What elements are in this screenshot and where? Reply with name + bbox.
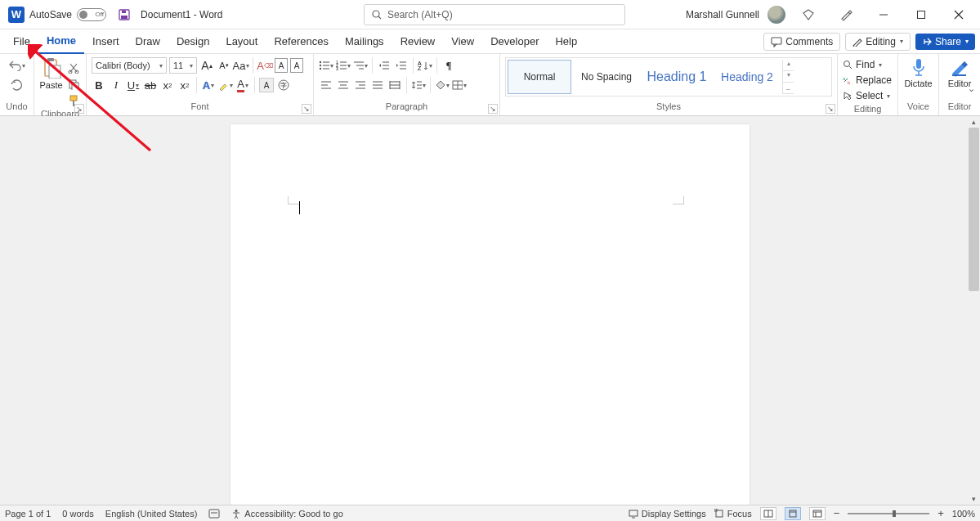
font-size-input[interactable]: 11▾: [169, 57, 197, 74]
align-left-button[interactable]: [319, 78, 333, 92]
multilevel-list-button[interactable]: ▾: [353, 58, 368, 73]
page-count[interactable]: Page 1 of 1: [5, 509, 51, 519]
show-marks-button[interactable]: ¶: [441, 58, 456, 73]
web-layout-button[interactable]: [809, 507, 826, 520]
redo-button[interactable]: [9, 77, 25, 93]
italic-button[interactable]: I: [109, 78, 123, 92]
style-heading1[interactable]: Heading 1: [642, 60, 712, 94]
scroll-down-arrow[interactable]: ▾: [968, 493, 980, 505]
autosave-toggle[interactable]: Off: [77, 8, 106, 21]
tab-insert[interactable]: Insert: [84, 29, 128, 54]
print-layout-button[interactable]: [785, 507, 801, 520]
user-name[interactable]: Marshall Gunnell: [686, 9, 759, 20]
comments-button[interactable]: Comments: [763, 33, 840, 51]
numbering-button[interactable]: 123▾: [336, 58, 351, 73]
pen-icon[interactable]: [831, 2, 861, 27]
tab-developer[interactable]: Developer: [482, 29, 547, 54]
font-color-button[interactable]: A▾: [235, 78, 250, 92]
strikethrough-button[interactable]: ab: [143, 78, 158, 92]
tab-mailings[interactable]: Mailings: [337, 29, 392, 54]
zoom-slider[interactable]: [848, 513, 929, 514]
language[interactable]: English (United States): [105, 509, 198, 519]
word-count[interactable]: 0 words: [62, 509, 94, 519]
tab-references[interactable]: References: [266, 29, 336, 54]
tab-file[interactable]: File: [5, 29, 38, 54]
underline-button[interactable]: U▾: [126, 78, 141, 92]
accessibility-status[interactable]: Accessibility: Good to go: [231, 509, 342, 519]
share-button[interactable]: Share ▾: [915, 34, 975, 50]
diamond-icon[interactable]: [794, 2, 823, 27]
line-spacing-button[interactable]: ▾: [411, 78, 426, 92]
style-normal[interactable]: Normal: [508, 60, 571, 94]
scroll-up-arrow[interactable]: ▴: [968, 116, 980, 128]
decrease-indent-button[interactable]: [377, 58, 392, 73]
save-button[interactable]: [116, 7, 132, 23]
select-button[interactable]: Select▾: [843, 88, 890, 103]
zoom-level[interactable]: 100%: [952, 509, 975, 519]
tab-draw[interactable]: Draw: [128, 29, 168, 54]
increase-indent-button[interactable]: [394, 58, 409, 73]
tab-help[interactable]: Help: [547, 29, 585, 54]
superscript-button[interactable]: x2: [177, 78, 192, 92]
focus-mode[interactable]: Focus: [714, 509, 752, 519]
undo-button[interactable]: ▾: [8, 57, 25, 74]
text-effects-button[interactable]: A▾: [201, 78, 216, 92]
scrollbar-thumb[interactable]: [969, 128, 979, 291]
borders-button[interactable]: ▾: [452, 78, 467, 92]
focus-icon: [714, 509, 724, 519]
highlight-button[interactable]: ▾: [218, 78, 233, 92]
dictate-button[interactable]: Dictate: [903, 57, 933, 88]
zoom-in-button[interactable]: +: [937, 507, 944, 519]
bullets-button[interactable]: ▾: [319, 58, 333, 73]
zoom-out-button[interactable]: −: [834, 507, 840, 519]
change-case-button[interactable]: Aa▾: [234, 58, 248, 73]
shading-button[interactable]: ▾: [435, 78, 450, 92]
tab-review[interactable]: Review: [392, 29, 444, 54]
display-settings[interactable]: Display Settings: [629, 509, 706, 519]
group-label: Editor: [944, 101, 975, 115]
tab-design[interactable]: Design: [168, 29, 217, 54]
enclose-chars-button[interactable]: 字: [276, 78, 291, 92]
char-shading-button[interactable]: A: [259, 78, 274, 92]
style-heading2[interactable]: Heading 2: [715, 60, 779, 94]
document-area[interactable]: [0, 116, 980, 505]
copy-button[interactable]: [66, 77, 81, 92]
sort-button[interactable]: AZ▾: [418, 58, 432, 73]
shrink-font-button[interactable]: A▾: [217, 58, 231, 73]
collapse-ribbon-button[interactable]: ⌄: [968, 83, 975, 94]
style-gallery-scroll[interactable]: ▴▾⎯: [782, 60, 794, 94]
vertical-scrollbar[interactable]: ▴ ▾: [968, 116, 980, 505]
close-button[interactable]: [944, 2, 973, 27]
font-launcher[interactable]: ↘: [302, 104, 311, 114]
grow-font-button[interactable]: A▴: [199, 58, 214, 73]
find-button[interactable]: Find▾: [843, 57, 882, 72]
clear-formatting-button[interactable]: A⌫: [257, 58, 272, 73]
tab-layout[interactable]: Layout: [217, 29, 266, 54]
avatar[interactable]: [767, 6, 785, 24]
clipboard-launcher[interactable]: ↘: [74, 104, 84, 114]
paragraph-launcher[interactable]: ↘: [488, 104, 498, 114]
justify-button[interactable]: [370, 78, 385, 92]
styles-launcher[interactable]: ↘: [826, 104, 835, 114]
cut-button[interactable]: [66, 61, 81, 75]
tab-home[interactable]: Home: [38, 29, 84, 54]
subscript-button[interactable]: x2: [160, 78, 175, 92]
maximize-button[interactable]: [906, 2, 936, 27]
phonetic-guide-button[interactable]: A: [275, 58, 288, 73]
replace-button[interactable]: abReplace: [843, 73, 892, 88]
bold-button[interactable]: B: [92, 78, 106, 92]
style-no-spacing[interactable]: No Spacing: [575, 60, 638, 94]
paste-button[interactable]: Paste: [39, 57, 63, 90]
read-mode-button[interactable]: [760, 507, 776, 520]
distributed-button[interactable]: [387, 78, 402, 92]
align-right-button[interactable]: [353, 78, 368, 92]
char-border-button[interactable]: A: [290, 58, 303, 73]
editing-mode-button[interactable]: Editing ▾: [845, 33, 911, 51]
search-input[interactable]: Search (Alt+Q): [364, 4, 625, 25]
tab-view[interactable]: View: [443, 29, 482, 54]
font-name-input[interactable]: Calibri (Body)▾: [92, 57, 167, 74]
minimize-button[interactable]: [869, 2, 898, 27]
text-predictions-icon[interactable]: [208, 509, 220, 519]
align-center-button[interactable]: [336, 78, 351, 92]
page[interactable]: [230, 124, 750, 505]
